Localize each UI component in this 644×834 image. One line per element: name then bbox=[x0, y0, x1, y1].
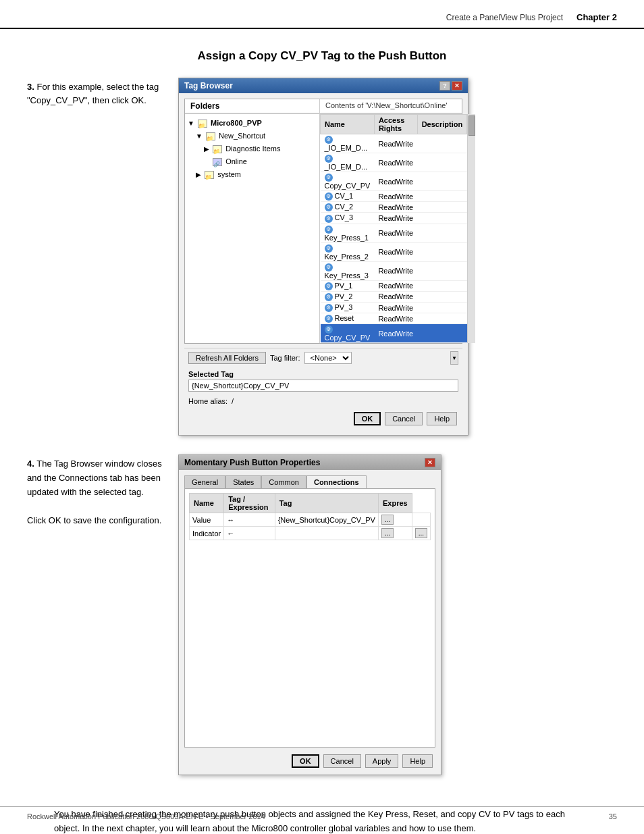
tag-table-row-13[interactable]: ⚙Copy_CV_PV ReadWrite bbox=[321, 324, 467, 343]
tag-browser-ok-button[interactable]: OK bbox=[354, 412, 381, 425]
tag-row-icon-13: ⚙ bbox=[325, 325, 333, 334]
dropdown-arrow[interactable]: ▼ bbox=[450, 351, 458, 365]
tag-table-row-6[interactable]: ⚙Key_Press_1 ReadWrite bbox=[321, 224, 467, 242]
tag-row-icon-11: ⚙ bbox=[325, 304, 333, 312]
step4-text: 4. The Tag Browser window closes and the… bbox=[27, 454, 162, 527]
tag-table-row-3[interactable]: ⚙CV_1 ReadWrite bbox=[321, 191, 467, 202]
page-content: Assign a Copy CV_PV Tag to the Push Butt… bbox=[0, 29, 644, 834]
step4-line1: The Tag Browser window closes and the Co… bbox=[27, 459, 162, 497]
mpb-dialog: Momentary Push Button Properties ✕ Gener… bbox=[178, 454, 441, 775]
col-name: Name bbox=[321, 115, 375, 134]
home-alias-label: Home alias: bbox=[188, 397, 227, 405]
tag-row-icon-10: ⚙ bbox=[325, 293, 333, 301]
tag-table-row-7[interactable]: ⚙Key_Press_2 ReadWrite bbox=[321, 242, 467, 261]
conn-expr-btn-indicator: ... bbox=[412, 527, 430, 540]
conn-col-name: Name bbox=[190, 494, 224, 513]
conn-row-indicator: Indicator ← ... ... bbox=[190, 527, 431, 540]
selected-tag-heading: Selected Tag bbox=[188, 370, 458, 378]
step4-block: 4. The Tag Browser window closes and the… bbox=[27, 454, 617, 775]
connections-table: Name Tag / Expression Tag Expres Value ↔ bbox=[189, 493, 431, 540]
tag-row-icon-7: ⚙ bbox=[325, 244, 333, 253]
footer-left: Rockwell Automation Publication 2080-QS0… bbox=[27, 812, 265, 820]
tag-row-icon-0: ⚙ bbox=[325, 136, 333, 144]
conn-tag-btn-value: ... bbox=[378, 513, 412, 527]
tab-general[interactable]: General bbox=[184, 475, 225, 488]
tag-table-row-1[interactable]: ⚙_IO_EM_D... ReadWrite bbox=[321, 153, 467, 172]
step4-line2: Click OK to save the configuration. bbox=[27, 515, 161, 525]
tree-item-online[interactable]: ▶ 🔗 Online bbox=[188, 155, 317, 168]
step3-number: 3. bbox=[27, 82, 34, 92]
scroll-thumb[interactable] bbox=[468, 115, 475, 136]
conn-col-tag2: Tag bbox=[275, 494, 378, 513]
tree-item-newshortcut[interactable]: ▼ 📁 New_Shortcut bbox=[188, 130, 317, 142]
mpb-titlebar: Momentary Push Button Properties ✕ bbox=[179, 455, 441, 470]
tag-browser-help-button[interactable]: Help bbox=[427, 412, 457, 425]
tag-table-row-12[interactable]: ⚙Reset ReadWrite bbox=[321, 313, 467, 324]
step4-number: 4. bbox=[27, 459, 34, 469]
tag-row-icon-12: ⚙ bbox=[325, 315, 333, 323]
scrollbar[interactable] bbox=[467, 114, 475, 343]
tag-filter-dropdown[interactable]: <None> bbox=[304, 352, 352, 364]
tag-browser-panels: ▼ 📁 Micro800_PVP ▼ 📁 New_Shortcut ▶ bbox=[185, 113, 462, 343]
conn-icon-indicator: ← bbox=[224, 527, 275, 540]
contents-panel: Name Access Rights Description ⚙_IO_EM_D… bbox=[320, 114, 475, 343]
value-tag-button[interactable]: ... bbox=[381, 515, 394, 525]
refresh-all-folders-button[interactable]: Refresh All Folders bbox=[188, 352, 266, 364]
tag-table-row-4[interactable]: ⚙CV_2 ReadWrite bbox=[321, 202, 467, 213]
tag-row-icon-9: ⚙ bbox=[325, 282, 333, 290]
tag-row-icon-8: ⚙ bbox=[325, 263, 333, 271]
tag-row-icon-4: ⚙ bbox=[325, 203, 333, 211]
conn-tagexpr-value: {New_Shortcut}Copy_CV_PV bbox=[275, 513, 378, 527]
mpb-close-btn[interactable]: ✕ bbox=[425, 458, 435, 467]
chapter-label: Chapter 2 bbox=[576, 12, 617, 22]
tab-connections[interactable]: Connections bbox=[306, 475, 367, 488]
selected-tag-section: Selected Tag bbox=[184, 367, 462, 394]
tree-item-diagnostic[interactable]: ▶ 📁 Diagnostic Items bbox=[188, 142, 317, 155]
titlebar-controls: ? ✕ bbox=[439, 81, 462, 90]
mpb-apply-button[interactable]: Apply bbox=[365, 754, 399, 768]
tag-row-icon-3: ⚙ bbox=[325, 192, 333, 201]
conn-tag-btn-indicator: ... bbox=[378, 527, 412, 540]
tag-browser-cancel-button[interactable]: Cancel bbox=[385, 412, 423, 425]
conn-name-value: Value bbox=[190, 513, 224, 527]
tree-item-micro800[interactable]: ▼ 📁 Micro800_PVP bbox=[188, 117, 317, 130]
conn-expr-btn-value bbox=[412, 513, 430, 527]
tab-states[interactable]: States bbox=[225, 475, 261, 488]
mpb-cancel-button[interactable]: Cancel bbox=[323, 754, 361, 768]
folders-label: Folders bbox=[185, 99, 320, 113]
tag-browser-inner: Folders Contents of 'V:\New_Shortcut\Onl… bbox=[184, 99, 462, 344]
tag-table-row-11[interactable]: ⚙PV_3 ReadWrite bbox=[321, 303, 467, 313]
tag-table-row-10[interactable]: ⚙PV_2 ReadWrite bbox=[321, 291, 467, 302]
selected-tag-input[interactable] bbox=[188, 380, 458, 392]
mpb-dialog-buttons: OK Cancel Apply Help bbox=[182, 750, 438, 772]
footer-right: 35 bbox=[609, 812, 617, 820]
conn-icon-value: ↔ bbox=[224, 513, 275, 527]
mpb-ok-button[interactable]: OK bbox=[292, 754, 319, 768]
tag-row-icon-2: ⚙ bbox=[325, 174, 333, 182]
home-alias-value: / bbox=[232, 397, 234, 405]
tag-table-row-0[interactable]: ⚙_IO_EM_D... ReadWrite bbox=[321, 134, 467, 153]
step3-block: 3. For this example, select the tag "Cop… bbox=[27, 78, 617, 436]
tag-table-row-5[interactable]: ⚙CV_3 ReadWrite bbox=[321, 213, 467, 224]
tag-browser-titlebar: Tag Browser ? ✕ bbox=[179, 78, 468, 93]
page-header: Create a PanelView Plus Project Chapter … bbox=[0, 0, 644, 29]
connections-empty-area bbox=[189, 540, 431, 743]
indicator-tag-button[interactable]: ... bbox=[381, 528, 394, 538]
tab-common[interactable]: Common bbox=[261, 475, 306, 488]
indicator-expr-button[interactable]: ... bbox=[415, 528, 427, 538]
folder-panel: ▼ 📁 Micro800_PVP ▼ 📁 New_Shortcut ▶ bbox=[185, 114, 320, 343]
mpb-help-button[interactable]: Help bbox=[402, 754, 433, 768]
conn-col-expr: Expres bbox=[378, 494, 412, 513]
page-footer: Rockwell Automation Publication 2080-QS0… bbox=[0, 806, 644, 820]
tag-table-row-2[interactable]: ⚙Copy_CV_PV ReadWrite bbox=[321, 172, 467, 191]
titlebar-close-btn[interactable]: ✕ bbox=[452, 81, 462, 90]
tree-item-system[interactable]: ▶ 📁 system bbox=[188, 168, 317, 181]
contents-label: Contents of 'V:\New_Shortcut\Online' bbox=[320, 99, 462, 113]
conn-tagexpr-indicator bbox=[275, 527, 378, 540]
tag-row-icon-5: ⚙ bbox=[325, 215, 333, 223]
tag-filter-row: Refresh All Folders Tag filter: <None> ▼ bbox=[184, 348, 462, 367]
tag-table-row-8[interactable]: ⚙Key_Press_3 ReadWrite bbox=[321, 261, 467, 280]
titlebar-help-btn[interactable]: ? bbox=[439, 81, 450, 90]
tag-browser-dialog: Tag Browser ? ✕ Folders Contents of 'V:\… bbox=[178, 78, 468, 436]
tag-table-row-9[interactable]: ⚙PV_1 ReadWrite bbox=[321, 280, 467, 291]
